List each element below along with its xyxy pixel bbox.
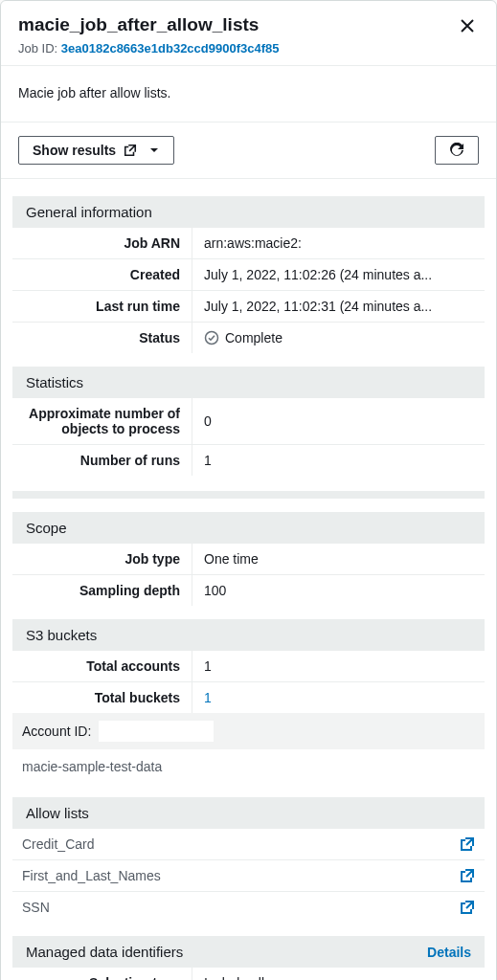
allow-list-name: Credit_Card [22,836,94,852]
refresh-button[interactable] [435,136,479,165]
row-approx-objects: Approximate number of objects to process… [12,398,485,445]
close-icon [460,18,475,33]
value-job-arn: arn:aws:macie2: [192,228,485,258]
row-sampling-depth: Sampling depth 100 [12,575,485,606]
section-statistics: Statistics Approximate number of objects… [1,367,496,476]
statistics-table: Approximate number of objects to process… [12,398,485,476]
label-last-run: Last run time [12,291,192,322]
job-id-link[interactable]: 3ea0182c8663e1db32ccd9900f3c4f85 [61,41,280,56]
section-header-general: General information [12,196,485,228]
value-total-buckets[interactable]: 1 [192,682,485,713]
job-id-row: Job ID: 3ea0182c8663e1db32ccd9900f3c4f85 [18,41,479,56]
account-id-label: Account ID: [22,724,91,739]
section-divider [12,491,485,499]
value-created: July 1, 2022, 11:02:26 (24 minutes a... [192,259,485,290]
label-created: Created [12,259,192,290]
show-results-label: Show results [33,143,116,158]
section-header-managed-ids: Managed data identifiers Details [12,936,485,968]
caret-down-icon [148,145,160,156]
value-approx-objects: 0 [192,398,485,444]
job-description: Macie job after allow lists. [1,66,496,122]
value-last-run: July 1, 2022, 11:02:31 (24 minutes a... [192,291,485,322]
label-job-type: Job type [12,544,192,574]
row-job-arn: Job ARN arn:aws:macie2: [12,228,485,259]
section-scope: Scope Job type One time Sampling depth 1… [1,512,496,606]
general-table: Job ARN arn:aws:macie2: Created July 1, … [12,228,485,353]
allow-list-name: SSN [22,900,50,915]
value-selection-type: Include all [192,968,485,980]
section-header-s3: S3 buckets [12,619,485,651]
section-allow-lists: Allow lists Credit_Card First_and_Last_N… [1,797,496,923]
row-job-type: Job type One time [12,544,485,575]
s3-table: Total accounts 1 Total buckets 1 [12,651,485,713]
section-managed-ids: Managed data identifiers Details Selecti… [1,936,496,980]
label-runs: Number of runs [12,445,192,476]
allow-lists-block: Credit_Card First_and_Last_Names SSN [12,829,485,923]
allow-list-item: Credit_Card [12,829,485,860]
account-id-value [99,721,214,742]
job-id-label: Job ID: [18,41,61,56]
bucket-name: macie-sample-test-data [12,749,485,784]
row-last-run: Last run time July 1, 2022, 11:02:31 (24… [12,291,485,323]
label-selection-type: Selection type [12,968,192,980]
row-status: Status Complete [12,323,485,353]
check-circle-icon [204,330,219,345]
section-header-statistics: Statistics [12,367,485,398]
label-total-accounts: Total accounts [12,651,192,681]
allow-list-item: SSN [12,892,485,923]
section-s3: S3 buckets Total accounts 1 Total bucket… [1,619,496,784]
external-link-icon [124,144,137,157]
row-created: Created July 1, 2022, 11:02:26 (24 minut… [12,259,485,291]
managed-ids-title: Managed data identifiers [26,944,183,960]
external-link-icon[interactable] [460,868,475,883]
show-results-button[interactable]: Show results [18,136,174,165]
value-runs: 1 [192,445,485,476]
section-general: General information Job ARN arn:aws:maci… [1,196,496,353]
scope-table: Job type One time Sampling depth 100 [12,544,485,606]
external-link-icon[interactable] [460,836,475,852]
row-selection-type: Selection type Include all [12,968,485,980]
allow-list-name: First_and_Last_Names [22,868,161,883]
label-total-buckets: Total buckets [12,682,192,713]
external-link-icon[interactable] [460,900,475,915]
refresh-icon [449,143,464,158]
value-status: Complete [192,323,485,353]
row-total-accounts: Total accounts 1 [12,651,485,682]
managed-ids-table: Selection type Include all [12,968,485,980]
account-id-row: Account ID: [12,713,485,749]
section-header-scope: Scope [12,512,485,544]
label-status: Status [12,323,192,353]
value-job-type: One time [192,544,485,574]
panel-header: macie_job_after_allow_lists Job ID: 3ea0… [1,1,496,66]
label-job-arn: Job ARN [12,228,192,258]
value-sampling-depth: 100 [192,575,485,606]
value-total-accounts: 1 [192,651,485,681]
status-text: Complete [225,330,282,345]
row-runs: Number of runs 1 [12,445,485,476]
actions-row: Show results [1,122,496,179]
label-sampling-depth: Sampling depth [12,575,192,606]
details-link[interactable]: Details [427,945,471,960]
allow-list-item: First_and_Last_Names [12,860,485,892]
row-total-buckets: Total buckets 1 [12,682,485,713]
section-header-allow-lists: Allow lists [12,797,485,829]
page-title: macie_job_after_allow_lists [18,14,259,35]
label-approx-objects: Approximate number of objects to process [12,398,192,444]
job-details-panel: macie_job_after_allow_lists Job ID: 3ea0… [0,0,497,980]
close-button[interactable] [456,14,479,37]
